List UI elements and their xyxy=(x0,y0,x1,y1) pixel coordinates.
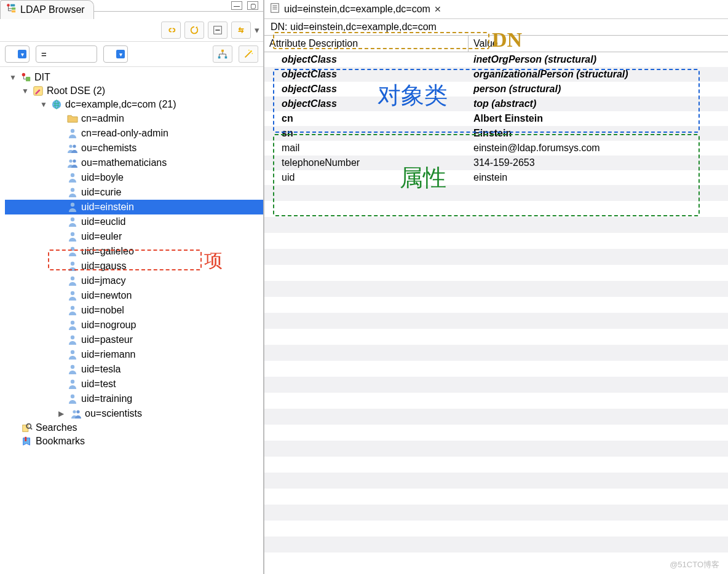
tree-item-label: ou=mathematicians xyxy=(81,157,167,168)
tree-item-label: uid=euclid xyxy=(81,216,126,227)
attr-row[interactable]: objectClassorganizationalPerson (structu… xyxy=(264,67,728,82)
tree-item[interactable]: uid=boyle xyxy=(5,170,263,185)
operator-select[interactable]: = xyxy=(36,45,97,63)
group-icon xyxy=(66,142,79,154)
tree-item[interactable]: uid=euclid xyxy=(5,214,263,229)
tree-item[interactable]: uid=pasteur xyxy=(5,332,263,347)
person-icon xyxy=(66,334,79,346)
refresh-icon[interactable] xyxy=(184,22,204,39)
tree-item[interactable]: ▶ou=scientists xyxy=(5,406,263,421)
empty-row xyxy=(264,297,728,313)
tree-item[interactable]: uid=jmacy xyxy=(5,273,263,288)
attr-dropdown[interactable]: ▾ xyxy=(5,45,30,63)
sync-icon[interactable] xyxy=(231,22,251,39)
attr-name: objectClass xyxy=(264,67,469,82)
svg-point-18 xyxy=(248,50,250,51)
svg-point-35 xyxy=(71,218,74,221)
tab-label: LDAP Browser xyxy=(20,4,85,15)
tree-base[interactable]: ▼ dc=example,dc=com (21) xyxy=(5,98,263,111)
tree-item[interactable]: uid=tesla xyxy=(5,362,263,377)
empty-row xyxy=(264,233,728,249)
col-attr-desc[interactable]: Attribute Description xyxy=(264,36,469,52)
rootdse-icon xyxy=(32,85,44,96)
chevron-down-icon[interactable]: ▾ xyxy=(255,25,259,36)
tree-item[interactable]: uid=nogroup xyxy=(5,318,263,332)
hierarchy-icon[interactable] xyxy=(213,45,232,63)
attr-name: objectClass xyxy=(264,96,469,111)
svg-point-29 xyxy=(73,144,76,147)
attr-row[interactable]: objectClasstop (abstract) xyxy=(264,96,728,111)
tree-bookmarks[interactable]: Bookmarks xyxy=(5,434,263,448)
tree-item[interactable]: uid=galieleo xyxy=(5,244,263,259)
empty-row xyxy=(264,409,728,425)
tree-item-label: cn=read-only-admin xyxy=(81,128,168,139)
empty-row xyxy=(264,249,728,265)
attribute-rows[interactable]: objectClassinetOrgPerson (structural)obj… xyxy=(264,52,728,574)
empty-row xyxy=(264,489,728,505)
tree-item[interactable]: uid=gauss xyxy=(5,259,263,273)
attr-row[interactable]: cnAlbert Einstein xyxy=(264,111,728,126)
ldap-tree[interactable]: ▼ DIT ▼ Root DSE (2) ▼ dc=example,dc=com… xyxy=(0,67,263,574)
svg-point-43 xyxy=(71,336,74,339)
attr-name: cn xyxy=(264,111,469,126)
tree-item[interactable]: uid=training xyxy=(5,391,263,406)
tree-item[interactable]: cn=read-only-admin xyxy=(5,126,263,141)
maximize-button[interactable]: ▢ xyxy=(247,1,258,10)
tab-ldap-browser[interactable]: LDAP Browser xyxy=(0,0,94,19)
attr-row[interactable]: objectClassinetOrgPerson (structural) xyxy=(264,52,728,67)
attr-value: top (abstract) xyxy=(469,96,728,111)
col-value[interactable]: Value xyxy=(469,36,728,52)
empty-row xyxy=(264,361,728,377)
tree-item[interactable]: uid=newton xyxy=(5,288,263,303)
attr-row[interactable]: snEinstein xyxy=(264,126,728,141)
svg-rect-6 xyxy=(12,10,15,13)
tree-item[interactable]: uid=riemann xyxy=(5,347,263,362)
group-icon xyxy=(66,157,79,169)
attr-row[interactable]: maileinstein@ldap.forumsys.com xyxy=(264,141,728,155)
empty-row xyxy=(264,377,728,393)
tree-item[interactable]: uid=test xyxy=(5,377,263,391)
tree-rootdse[interactable]: ▼ Root DSE (2) xyxy=(5,84,263,98)
wand-icon[interactable] xyxy=(239,45,258,63)
person-icon xyxy=(66,363,79,375)
attr-name: uid xyxy=(264,170,469,185)
entry-tab-title[interactable]: uid=einstein,dc=example,dc=com xyxy=(284,4,430,15)
attr-row[interactable]: telephoneNumber314-159-2653 xyxy=(264,155,728,170)
tree-label: dc=example,dc=com (21) xyxy=(65,99,176,110)
tree-item-label: uid=jmacy xyxy=(81,275,125,286)
value-dropdown[interactable]: ▾ xyxy=(103,45,128,63)
tree-item-label: uid=pasteur xyxy=(81,334,133,345)
empty-row xyxy=(264,552,728,568)
attr-row[interactable]: uideinstein xyxy=(264,170,728,185)
tree-item[interactable]: uid=nobel xyxy=(5,303,263,318)
tree-item[interactable]: ou=chemists xyxy=(5,141,263,155)
tree-dit[interactable]: ▼ DIT xyxy=(5,71,263,84)
tree-item-label: ou=chemists xyxy=(81,143,136,154)
attr-name: mail xyxy=(264,141,469,155)
svg-point-0 xyxy=(7,4,10,7)
tree-item[interactable]: uid=einstein xyxy=(5,200,263,214)
tree-item-label: uid=training xyxy=(81,393,132,404)
svg-line-52 xyxy=(30,428,32,430)
tree-item[interactable]: uid=curie xyxy=(5,185,263,200)
tree-item[interactable]: uid=euler xyxy=(5,229,263,244)
person-icon xyxy=(66,216,79,228)
tree-item[interactable]: cn=admin xyxy=(5,111,263,126)
searches-icon xyxy=(21,422,33,433)
svg-point-45 xyxy=(71,365,74,369)
svg-point-37 xyxy=(71,247,74,251)
link-icon[interactable] xyxy=(161,22,181,39)
person-icon xyxy=(66,245,79,258)
dn-field[interactable]: DN: uid=einstein,dc=example,dc=com xyxy=(271,22,437,32)
svg-rect-54 xyxy=(271,4,279,12)
attr-row[interactable]: objectClassperson (structural) xyxy=(264,82,728,96)
svg-point-40 xyxy=(71,291,74,295)
minimize-button[interactable]: — xyxy=(231,1,242,10)
tree-item[interactable]: ou=mathematicians xyxy=(5,155,263,170)
operator-label: = xyxy=(41,49,47,60)
tree-item-label: uid=nogroup xyxy=(81,320,136,331)
empty-row xyxy=(264,457,728,473)
collapse-icon[interactable] xyxy=(208,22,228,39)
close-tab-icon[interactable]: ✕ xyxy=(434,4,441,14)
tree-searches[interactable]: Searches xyxy=(5,421,263,434)
